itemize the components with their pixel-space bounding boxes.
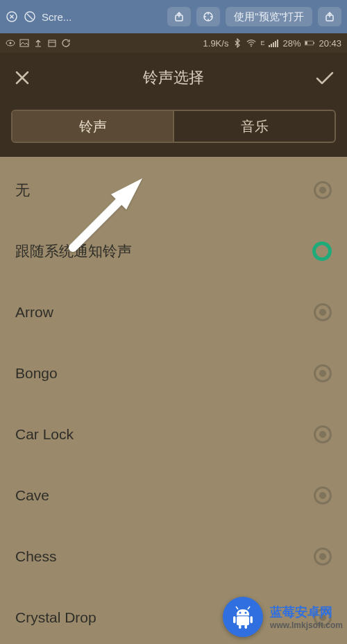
marker-icon <box>203 11 214 22</box>
ringtone-list: 无跟随系统通知铃声ArrowBongoCar LockCaveChessCrys… <box>0 157 347 644</box>
svg-rect-24 <box>237 616 249 625</box>
svg-rect-27 <box>239 625 242 629</box>
list-item[interactable]: 跟随系统通知铃声 <box>0 221 347 282</box>
svg-rect-7 <box>20 40 28 46</box>
svg-line-23 <box>248 607 250 609</box>
radio-icon[interactable] <box>314 181 332 199</box>
close-icon <box>14 69 31 86</box>
share-button[interactable] <box>318 7 341 26</box>
list-item[interactable]: Cave <box>0 465 347 526</box>
battery-icon <box>305 38 314 48</box>
confirm-button[interactable] <box>315 68 335 87</box>
close-button[interactable] <box>12 68 32 87</box>
radio-selected-icon[interactable] <box>312 242 332 261</box>
page-title: 铃声选择 <box>143 67 204 88</box>
list-item[interactable]: Bongo <box>0 343 347 404</box>
watermark: 蓝莓安卓网 www.lmkjsoft.com <box>223 597 343 637</box>
list-item-label: Arrow <box>15 304 53 321</box>
svg-point-20 <box>239 612 242 614</box>
svg-rect-14 <box>277 40 278 47</box>
svg-rect-11 <box>271 44 272 47</box>
list-item-label: 无 <box>15 180 30 200</box>
refresh-icon <box>61 38 71 48</box>
signal-icon <box>269 38 278 48</box>
browser-top-bar: Scre... 使用"预览"打开 <box>0 0 347 33</box>
svg-rect-25 <box>233 616 236 623</box>
radio-icon[interactable] <box>314 425 332 443</box>
svg-rect-26 <box>251 616 253 623</box>
list-item-label: Chess <box>15 548 57 565</box>
close-tab-icon[interactable] <box>6 10 18 23</box>
list-item[interactable]: Arrow <box>0 282 347 343</box>
svg-rect-17 <box>314 42 314 44</box>
action-button-2[interactable] <box>196 7 220 26</box>
radio-icon[interactable] <box>314 486 332 505</box>
upload-icon <box>33 38 43 48</box>
watermark-url: www.lmkjsoft.com <box>270 620 343 630</box>
list-item[interactable]: Car Lock <box>0 404 347 465</box>
svg-rect-16 <box>305 42 307 45</box>
bluetooth-icon <box>232 38 242 48</box>
tab-1[interactable]: 音乐 <box>174 111 335 142</box>
share-up-icon <box>174 11 185 22</box>
stop-icon[interactable] <box>24 10 36 23</box>
radio-icon[interactable] <box>314 548 332 566</box>
phone-status-bar: 1.9K/s E 28% 20:43 <box>0 33 347 53</box>
radio-icon[interactable] <box>314 364 332 382</box>
action-button-1[interactable] <box>167 7 191 26</box>
calendar-icon <box>47 38 57 48</box>
app-header: 铃声选择 <box>0 53 347 103</box>
svg-rect-28 <box>245 625 248 629</box>
open-with-preview-button[interactable]: 使用"预览"打开 <box>226 7 312 26</box>
list-item-label: Crystal Drop <box>15 609 96 626</box>
svg-rect-10 <box>269 45 270 47</box>
tab-label: Scre... <box>42 11 71 23</box>
tab-0[interactable]: 铃声 <box>12 111 174 142</box>
eye-icon <box>6 38 15 48</box>
list-item-label: Cave <box>15 487 49 504</box>
android-icon <box>230 604 256 630</box>
watermark-name: 蓝莓安卓网 <box>270 604 343 620</box>
check-icon <box>315 69 335 86</box>
svg-point-21 <box>245 612 247 614</box>
list-item[interactable]: 无 <box>0 160 347 221</box>
wifi-icon <box>246 38 256 48</box>
list-item-label: 跟随系统通知铃声 <box>15 242 132 261</box>
svg-line-22 <box>236 607 238 609</box>
network-speed: 1.9K/s <box>203 38 229 49</box>
list-item[interactable]: Chess <box>0 526 347 587</box>
svg-point-6 <box>10 42 12 44</box>
tabs: 铃声音乐 <box>11 110 336 143</box>
svg-rect-12 <box>273 42 274 47</box>
share-icon <box>324 11 335 22</box>
svg-rect-13 <box>275 41 276 47</box>
watermark-logo <box>223 597 263 637</box>
battery-percent: 28% <box>282 38 301 49</box>
list-item-label: Car Lock <box>15 426 74 443</box>
list-item-label: Bongo <box>15 365 58 382</box>
image-icon <box>19 38 29 48</box>
tabs-container: 铃声音乐 <box>0 103 347 157</box>
svg-rect-8 <box>49 40 56 46</box>
signal-type: E <box>260 40 264 46</box>
radio-icon[interactable] <box>314 303 332 321</box>
svg-point-9 <box>251 46 253 47</box>
clock-time: 20:43 <box>319 38 341 49</box>
